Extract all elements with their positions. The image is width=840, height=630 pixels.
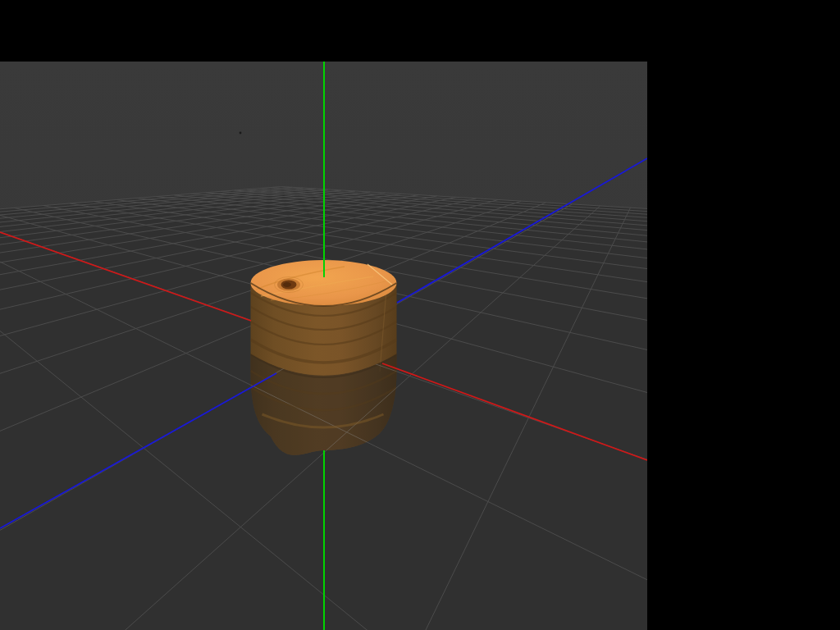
wood-knot [275,277,304,293]
viewport-3d[interactable] [0,62,647,630]
letterbox-right-bar [647,0,840,630]
scene-svg [0,62,647,630]
distant-speck [240,132,242,135]
render-window [0,0,840,630]
